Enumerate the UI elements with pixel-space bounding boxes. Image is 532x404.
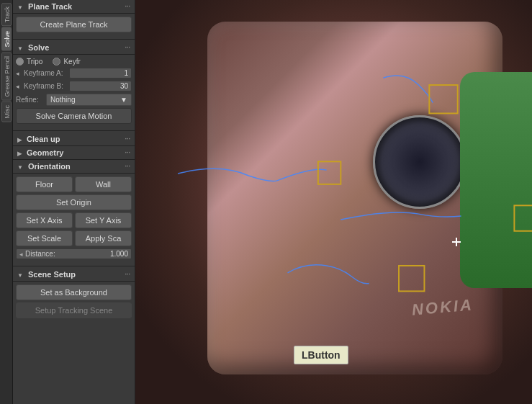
- cleanup-title: Clean up: [27, 135, 60, 143]
- camera-lens: [373, 115, 466, 209]
- left-panel: ▼ Plane Track ··· Create Plane Track ▼ S…: [13, 0, 135, 404]
- vtab-grease-pencil[interactable]: Grease Pencil: [1, 53, 12, 101]
- floor-button[interactable]: Floor: [16, 176, 73, 192]
- scene-setup-title: Scene Setup: [28, 270, 76, 279]
- keyframe-b-chevron: ◂: [16, 83, 19, 90]
- vtab-misc[interactable]: Misc: [1, 102, 12, 122]
- vertical-tabs: Track Solve Grease Pencil Misc: [0, 0, 13, 404]
- plane-track-title: Plane Track: [28, 2, 72, 11]
- geometry-title: Geometry: [27, 148, 63, 157]
- refine-value: Nothing: [50, 96, 75, 104]
- keyfr-label: Keyfr: [63, 58, 80, 66]
- nokia-text: NOKIA: [411, 295, 474, 319]
- solve-title: Solve: [28, 43, 49, 52]
- refine-arrow-icon: ▼: [120, 96, 127, 104]
- set-as-background-button[interactable]: Set as Background: [16, 284, 132, 300]
- scene-setup-dots: ···: [125, 271, 130, 278]
- tripo-label: Tripo: [27, 58, 42, 66]
- keyframe-b-label: Keyframe B:: [24, 82, 67, 90]
- tripo-checkbox[interactable]: [16, 58, 24, 66]
- set-x-axis-button[interactable]: Set X Axis: [16, 212, 73, 228]
- apply-scale-button[interactable]: Apply Sca: [75, 230, 132, 246]
- set-origin-button[interactable]: Set Origin: [16, 194, 132, 210]
- scene-setup-content: Set as Background Setup Tracking Scene: [13, 282, 135, 323]
- distance-chevron: ◂: [19, 251, 23, 258]
- keyframe-b-row: ◂ Keyframe B: 30: [16, 81, 132, 91]
- plane-track-header[interactable]: ▼ Plane Track ···: [13, 0, 135, 14]
- plane-track-content: Create Plane Track: [13, 14, 135, 37]
- green-hand: [460, 72, 532, 288]
- distance-value: 1.000: [110, 250, 128, 258]
- set-scale-button[interactable]: Set Scale: [16, 230, 73, 246]
- phone-body: NOKIA: [207, 22, 502, 374]
- distance-field[interactable]: ◂ Distance: 1.000: [16, 248, 132, 259]
- keyframe-a-value[interactable]: 1: [69, 68, 132, 78]
- plane-track-arrow: ▼: [17, 4, 23, 11]
- axis-row: Set X Axis Set Y Axis: [16, 212, 132, 228]
- separator-2: [13, 130, 135, 131]
- tooltip-text: LButton: [302, 349, 341, 361]
- vtab-track[interactable]: Track: [1, 3, 12, 26]
- refine-dropdown[interactable]: Nothing ▼: [46, 94, 132, 106]
- separator-1: [13, 39, 135, 40]
- viewport-background: NOKIA LButton: [135, 0, 532, 404]
- geometry-dots: ···: [125, 149, 130, 156]
- solve-content: Tripo Keyfr ◂ Keyframe A: 1 ◂ Keyframe B…: [13, 55, 135, 129]
- cleanup-dots: ···: [125, 135, 130, 143]
- solve-arrow: ▼: [17, 45, 23, 52]
- keyframe-a-row: ◂ Keyframe A: 1: [16, 68, 132, 78]
- orientation-arrow: ▼: [17, 164, 23, 171]
- geometry-arrow: ▶: [17, 151, 22, 157]
- keyframe-a-chevron: ◂: [16, 70, 19, 77]
- tripo-row: Tripo Keyfr: [16, 58, 132, 66]
- floor-wall-row: Floor Wall: [16, 176, 132, 192]
- scene-setup-header[interactable]: ▼ Scene Setup ···: [13, 268, 135, 282]
- scene-setup-arrow: ▼: [17, 272, 23, 279]
- keyframe-a-label: Keyframe A:: [24, 69, 67, 77]
- cleanup-header[interactable]: ▶ Clean up ···: [13, 133, 135, 146]
- distance-row: ◂ Distance: 1.000: [16, 248, 132, 259]
- orientation-title: Orientation: [28, 162, 71, 171]
- keyframe-b-value[interactable]: 30: [69, 81, 132, 91]
- plane-track-dots: ···: [125, 3, 130, 10]
- geometry-header[interactable]: ▶ Geometry ···: [13, 146, 135, 160]
- solve-header[interactable]: ▼ Solve ···: [13, 41, 135, 55]
- vtab-solve[interactable]: Solve: [1, 27, 12, 51]
- solve-dots: ···: [125, 44, 130, 51]
- refine-row: Refine: Nothing ▼: [16, 94, 132, 106]
- create-plane-track-button[interactable]: Create Plane Track: [16, 17, 132, 32]
- solve-camera-motion-button[interactable]: Solve Camera Motion: [16, 108, 132, 124]
- cleanup-arrow: ▶: [17, 137, 22, 143]
- orientation-content: Floor Wall Set Origin Set X Axis Set Y A…: [13, 174, 135, 264]
- scale-row: Set Scale Apply Sca: [16, 230, 132, 246]
- viewport: NOKIA LButton: [135, 0, 532, 404]
- orientation-header[interactable]: ▼ Orientation ···: [13, 160, 135, 174]
- lbutton-tooltip: LButton: [294, 346, 348, 364]
- setup-tracking-scene-button[interactable]: Setup Tracking Scene: [16, 302, 132, 318]
- refine-label: Refine:: [16, 96, 43, 104]
- wall-button[interactable]: Wall: [75, 176, 132, 192]
- set-y-axis-button[interactable]: Set Y Axis: [75, 212, 132, 228]
- keyfr-checkbox[interactable]: [53, 58, 60, 66]
- separator-3: [13, 266, 135, 266]
- orientation-dots: ···: [125, 163, 130, 170]
- distance-label: Distance:: [25, 250, 110, 258]
